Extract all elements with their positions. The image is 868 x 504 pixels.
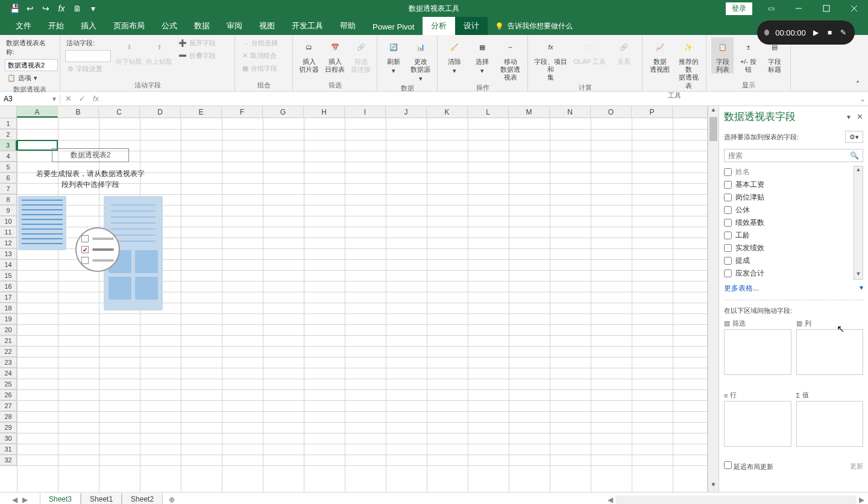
field-pane-close-icon[interactable]: ✕ xyxy=(857,112,863,121)
field-pane-dropdown-icon[interactable]: ▾ xyxy=(847,113,851,121)
new-sheet-icon[interactable]: ⊕ xyxy=(163,494,181,505)
field-checkbox[interactable] xyxy=(724,269,732,277)
tab-insert[interactable]: 插入 xyxy=(72,17,105,35)
field-scroll-down-icon[interactable]: ▼ xyxy=(854,271,863,279)
formula-confirm-icon[interactable]: ✓ xyxy=(79,94,86,103)
area-filter-dropzone[interactable] xyxy=(724,329,791,375)
more-tables-link[interactable]: 更多表格...▾ xyxy=(724,283,863,294)
pivot-field-item[interactable]: 基本工资 xyxy=(724,178,851,191)
field-search-input[interactable]: 搜索 🔍 xyxy=(724,149,863,162)
field-checkbox[interactable] xyxy=(724,232,732,239)
qat-more-icon[interactable]: ▾ xyxy=(86,1,100,16)
field-checkbox[interactable] xyxy=(724,181,732,189)
record-edit-icon[interactable]: ✎ xyxy=(840,28,848,37)
insert-timeline-button[interactable]: 📅插入 日程表 xyxy=(324,37,346,74)
sheet-tab[interactable]: Sheet3 xyxy=(40,493,81,505)
tab-design[interactable]: 设计 xyxy=(455,17,488,35)
maximize-icon[interactable] xyxy=(813,0,840,17)
scroll-thumb[interactable] xyxy=(709,117,717,141)
column-header[interactable]: A xyxy=(17,106,58,118)
field-checkbox[interactable] xyxy=(724,244,732,252)
close-icon[interactable] xyxy=(840,0,868,17)
column-header[interactable]: G xyxy=(263,106,304,118)
record-stop-icon[interactable]: ■ xyxy=(826,28,834,37)
pivot-options-button[interactable]: 📋选项 ▾ xyxy=(5,72,40,84)
column-header[interactable]: H xyxy=(304,106,345,118)
pivot-field-item[interactable]: 公休 xyxy=(724,204,851,216)
redo-icon[interactable]: ↪ xyxy=(39,1,53,16)
spreadsheet-grid[interactable]: ABCDEFGHIJKLMNOP 12345678910111213141516… xyxy=(0,106,708,492)
tab-home[interactable]: 开始 xyxy=(40,17,72,35)
tell-me-search[interactable]: 💡 告诉我你想要做什么 xyxy=(488,17,580,35)
column-header[interactable]: C xyxy=(99,106,140,118)
vertical-scrollbar[interactable]: ▲ ▼ xyxy=(708,106,719,492)
sheet-tab[interactable]: Sheet2 xyxy=(122,493,163,504)
field-checkbox[interactable] xyxy=(724,206,732,214)
screen-recorder-overlay[interactable]: 00:00:00 ▶ ■ ✎ xyxy=(757,20,855,45)
change-source-button[interactable]: 📊更改 数据源▾ xyxy=(409,37,433,83)
login-button[interactable]: 登录 xyxy=(726,2,752,15)
area-rows-dropzone[interactable] xyxy=(724,401,791,447)
tab-review[interactable]: 审阅 xyxy=(218,17,251,35)
pivot-field-item[interactable]: 提成 xyxy=(724,254,851,267)
field-list-scrollbar[interactable]: ▲ ▼ xyxy=(854,166,863,280)
field-list-button[interactable]: 📋字段 列表 xyxy=(711,37,734,74)
tab-data[interactable]: 数据 xyxy=(186,17,218,35)
tab-file[interactable]: 文件 xyxy=(7,17,40,35)
column-header[interactable]: N xyxy=(550,106,591,118)
select-all-corner[interactable] xyxy=(0,106,17,118)
horizontal-scrollbar[interactable]: ◀ ▶ xyxy=(608,496,868,504)
pivot-field-item[interactable]: 绩效基数 xyxy=(724,216,851,229)
save-icon[interactable]: 💾 xyxy=(7,1,22,16)
column-header[interactable]: P xyxy=(632,106,673,118)
scroll-up-icon[interactable]: ▲ xyxy=(708,106,719,117)
pivotchart-button[interactable]: 📈数据 透视图 xyxy=(647,37,673,74)
field-pane-gear-icon[interactable]: ⚙▾ xyxy=(845,131,863,143)
formula-fx-icon[interactable]: fx xyxy=(93,94,99,103)
field-checkbox[interactable] xyxy=(724,168,732,176)
calc-fields-button[interactable]: fx字段、项目和 集 xyxy=(533,37,568,82)
tab-powerpivot[interactable]: Power Pivot xyxy=(364,19,423,35)
insert-slicer-button[interactable]: 🗂插入 切片器 xyxy=(298,37,320,74)
field-checkbox[interactable] xyxy=(724,219,732,227)
pivot-name-input[interactable] xyxy=(5,59,58,71)
field-scroll-up-icon[interactable]: ▲ xyxy=(854,166,863,175)
update-button[interactable]: 更新 xyxy=(850,462,863,471)
fx-icon[interactable]: fx xyxy=(54,1,69,16)
column-header[interactable]: D xyxy=(140,106,181,118)
name-box[interactable]: A3 ▾ xyxy=(0,95,60,103)
area-values-dropzone[interactable] xyxy=(796,401,864,447)
refresh-button[interactable]: 🔄刷新▾ xyxy=(382,37,406,75)
record-play-icon[interactable]: ▶ xyxy=(812,28,820,37)
pivot-field-item[interactable]: 姓名 xyxy=(724,166,851,178)
sheet-nav-prev-icon[interactable]: ◀ xyxy=(12,496,17,504)
column-header[interactable]: M xyxy=(509,106,550,118)
pivot-field-item[interactable]: 岗位津贴 xyxy=(724,191,851,204)
formula-expand-icon[interactable]: ⌄ xyxy=(857,95,868,103)
collapse-ribbon-icon[interactable]: ˄ xyxy=(856,80,864,89)
tab-pagelayout[interactable]: 页面布局 xyxy=(105,17,153,35)
pivot-field-item[interactable]: 实发绩效 xyxy=(724,242,851,254)
active-field-input[interactable] xyxy=(65,50,111,62)
tab-help[interactable]: 帮助 xyxy=(332,17,364,35)
tab-formulas[interactable]: 公式 xyxy=(153,17,186,35)
column-header[interactable]: I xyxy=(345,106,386,118)
column-header[interactable]: J xyxy=(386,106,427,118)
field-checkbox[interactable] xyxy=(724,257,732,265)
hscroll-left-icon[interactable]: ◀ xyxy=(608,496,613,504)
minimize-icon[interactable] xyxy=(785,0,813,17)
tab-analyze[interactable]: 分析 xyxy=(423,17,455,35)
column-header[interactable]: F xyxy=(222,106,263,118)
sheet-nav-next-icon[interactable]: ▶ xyxy=(22,496,28,504)
formula-cancel-icon[interactable]: ✕ xyxy=(65,94,72,103)
plus-minus-button[interactable]: ±+/- 按钮 xyxy=(737,37,760,74)
name-box-dropdown-icon[interactable]: ▾ xyxy=(52,95,56,103)
column-header[interactable]: L xyxy=(468,106,509,118)
scroll-down-icon[interactable]: ▼ xyxy=(708,481,719,492)
field-checkbox[interactable] xyxy=(724,194,732,201)
tab-developer[interactable]: 开发工具 xyxy=(283,17,332,35)
tab-view[interactable]: 视图 xyxy=(251,17,283,35)
clear-button[interactable]: 🧹清除▾ xyxy=(442,37,467,75)
move-pivot-button[interactable]: ↔移动 数据透视表 xyxy=(498,37,523,82)
preview-icon[interactable]: 🗎 xyxy=(70,1,84,16)
